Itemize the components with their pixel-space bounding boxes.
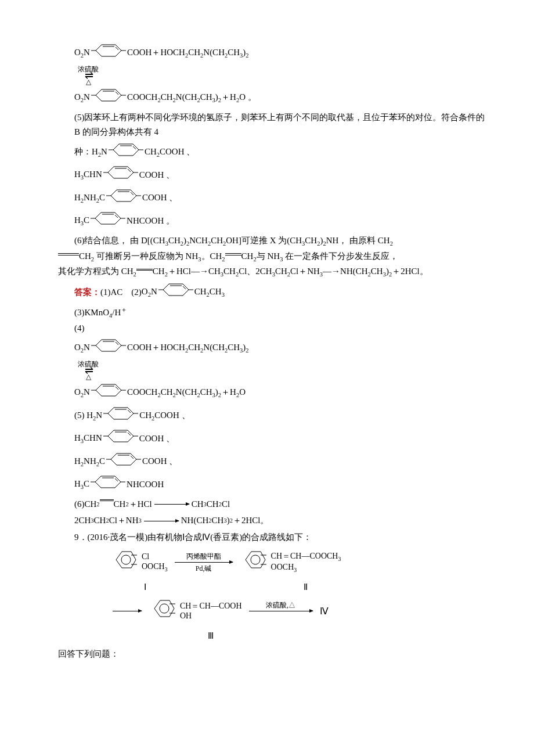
formula-text: H2N — [86, 408, 102, 424]
answer-5-iso-a: (5) H2N CH2COOH 、 — [74, 405, 488, 427]
synthesis-scheme: Cl OOCH3 丙烯酸甲酯Pd,碱 CH＝CH—COOCH3 OOCH3 Ⅰ … — [110, 548, 488, 643]
formula-text: COOCH2CH2N(CH2CH3)2＋H2O — [127, 385, 246, 401]
formula-text: NHCOOH 。 — [127, 214, 175, 229]
formula-text: H3C — [74, 477, 89, 492]
benzene-icon — [91, 42, 126, 64]
benzene-icon — [103, 405, 138, 427]
benzene-icon — [158, 282, 193, 303]
formula-text: O2N — [74, 45, 90, 61]
formula-text: COOH 、 — [142, 454, 178, 469]
benzene-icon — [91, 87, 126, 109]
equilibrium-arrow-icon: 浓硫酸 ⇌ △ — [78, 361, 99, 381]
reaction-arrow-icon: 浓硫酸,△ — [249, 599, 313, 624]
answer-line-1-2: 答案： (1)AC (2) O2N CH2CH3 — [74, 282, 488, 303]
question-9: 9．(2016·茂名一模)由有机物Ⅰ合成Ⅳ(香豆素)的合成路线如下： — [74, 530, 488, 545]
formula-text: CH2COOH 、 — [145, 145, 195, 160]
formula-text: H3CHN — [74, 167, 102, 183]
compound-II-substituents: CH＝CH—COOCH3 OOCH3 — [271, 552, 341, 573]
answer-4-arrow: 浓硫酸 ⇌ △ — [74, 361, 488, 381]
formula-text: COOCH2CH2N(CH2CH3)2＋H2O 。 — [127, 90, 257, 106]
formula-text: H3CHN — [74, 431, 102, 447]
isomer-a: 种： H2N CH2COOH 、 — [74, 142, 488, 163]
reaction-arrow-icon — [144, 521, 179, 521]
reaction-arrow-icon — [154, 504, 189, 505]
answer-3: (3)KMnO4/H＋ — [74, 305, 488, 321]
label-III: Ⅲ — [150, 629, 272, 644]
list-intro: 种： — [74, 145, 92, 160]
benzene-icon — [106, 451, 141, 473]
answer-5-label: (5) — [74, 408, 85, 423]
paragraph-5: (5)因苯环上有两种不同化学环境的氢原子，则苯环上有两个不同的取代基，且位于苯环… — [74, 110, 488, 140]
paragraph-6-line3: 其化学方程式为 CH2CH2＋HCl―→CH3CH2Cl、2CH3CH2Cl＋N… — [58, 264, 488, 280]
formula-text: COOH 、 — [142, 190, 178, 206]
formula-text: CH2COOH 、 — [139, 408, 190, 424]
equation-top-arrow: 浓硫酸 ⇌ △ — [74, 66, 488, 86]
answer-1: (1)AC (2) — [100, 285, 142, 300]
formula-text: O2N — [74, 90, 90, 106]
benzene-icon — [91, 210, 125, 232]
paragraph-6-line2: CH2 可推断另一种反应物为 NH3。CH2CH2与 NH3 在一定条件下分步发… — [58, 249, 488, 265]
answer-6-line2: 2CH3CH2Cl＋NH3 NH(CH2CH3)2＋2HCl。 — [74, 513, 488, 528]
benzene-icon — [91, 337, 126, 359]
answer-label: 答案： — [74, 285, 100, 300]
isomer-c: H2NH2C COOH 、 — [74, 188, 488, 209]
answer-5-iso-b: H3CHN COOH 、 — [74, 428, 488, 449]
benzene-icon — [91, 474, 125, 495]
formula-text: COOH 、 — [139, 431, 175, 447]
isomer-b: H3CHN COOH 、 — [74, 164, 488, 186]
formula-text: COOH 、 — [139, 168, 175, 183]
benzene-icon — [91, 382, 126, 404]
formula-text: H2NH2C — [74, 190, 105, 206]
compound-III-substituents: CH＝CH—COOH OH — [180, 602, 242, 621]
benzene-icon — [106, 188, 141, 209]
benzene-ortho-icon — [110, 548, 137, 577]
benzene-ortho-icon — [149, 597, 175, 625]
closing-line: 回答下列问题： — [58, 647, 488, 662]
reaction-arrow-icon: 丙烯酸甲酯Pd,碱 — [175, 550, 233, 575]
equilibrium-arrow-icon: 浓硫酸 ⇌ △ — [78, 66, 99, 86]
formula-text: O2N — [142, 285, 157, 300]
formula-text: COOH＋HOCH2CH2N(CH2CH3)2 — [127, 45, 249, 61]
label-I: Ⅰ — [110, 580, 180, 595]
formula-text: NHCOOH — [127, 477, 164, 492]
compound-I-substituents: Cl OOCH3 — [142, 552, 168, 573]
equation-top-products: O2N COOCH2CH2N(CH2CH3)2＋H2O 。 — [74, 87, 488, 109]
answer-4-label: (4) — [74, 321, 488, 336]
reaction-arrow-icon — [113, 599, 142, 624]
formula-text: H3C — [74, 213, 89, 229]
isomer-d: H3C NHCOOH 。 — [74, 210, 488, 232]
answer-5-iso-d: H3C NHCOOH — [74, 474, 488, 495]
benzene-icon — [103, 164, 138, 186]
formula-text: O2N — [74, 340, 90, 356]
label-IV: Ⅳ — [320, 603, 329, 619]
answer-5-iso-c: H2NH2C COOH 、 — [74, 451, 488, 473]
formula-text: H2N — [92, 145, 107, 160]
benzene-icon — [109, 142, 143, 163]
label-II: Ⅱ — [253, 580, 358, 595]
answer-4-products: O2N COOCH2CH2N(CH2CH3)2＋H2O — [74, 382, 488, 404]
formula-text: CH2CH3 — [194, 285, 225, 300]
paragraph-6: (6)结合信息， 由 D[(CH3CH2)2NCH2CH2OH]可逆推 X 为(… — [74, 233, 488, 249]
answer-6-line1: (6)CH2CH2＋HCl CH3CH2Cl — [74, 497, 488, 512]
equation-top-reactants: O2N COOH＋HOCH2CH2N(CH2CH3)2 — [74, 42, 488, 64]
answer-4-reactants: O2N COOH＋HOCH2CH2N(CH2CH3)2 — [74, 337, 488, 359]
formula-text: H2NH2C — [74, 454, 105, 470]
formula-text: O2N — [74, 385, 90, 401]
benzene-ortho-icon — [240, 548, 266, 577]
formula-text: COOH＋HOCH2CH2N(CH2CH3)2 — [127, 340, 249, 356]
benzene-icon — [103, 428, 138, 449]
